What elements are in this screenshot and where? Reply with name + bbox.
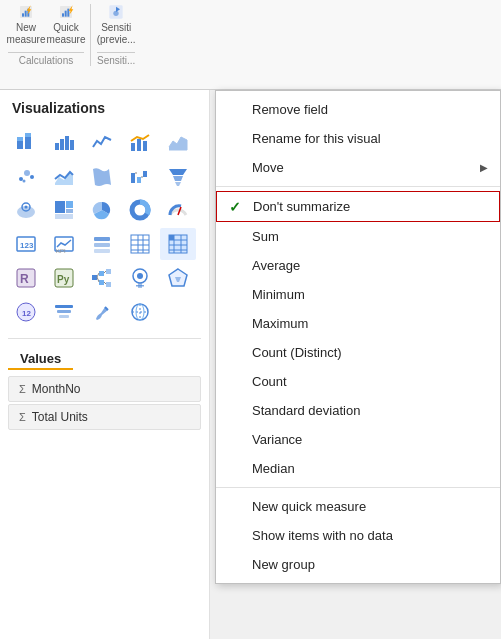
svg-point-44	[137, 207, 143, 213]
viz-area2[interactable]	[46, 160, 82, 192]
remove-field-label: Remove field	[252, 102, 328, 117]
svg-rect-18	[65, 136, 69, 150]
std-dev-item[interactable]: Standard deviation	[216, 396, 500, 425]
toolbar: New measure Quick measure Calculations	[0, 0, 501, 90]
svg-rect-14	[25, 137, 31, 149]
minimum-item[interactable]: Minimum	[216, 280, 500, 309]
viz-matrix[interactable]	[160, 228, 196, 260]
viz-analytics[interactable]	[122, 296, 158, 328]
calculations-group: New measure Quick measure Calculations	[8, 4, 84, 66]
svg-rect-70	[92, 275, 97, 280]
viz-area[interactable]	[160, 126, 196, 158]
separator-2	[216, 487, 500, 488]
svg-point-80	[137, 273, 143, 279]
svg-marker-34	[175, 182, 181, 186]
quick-measure-button[interactable]: Quick measure	[48, 4, 84, 46]
svg-point-25	[30, 175, 34, 179]
svg-rect-6	[62, 13, 64, 16]
viz-r-visual[interactable]: R	[8, 262, 44, 294]
svg-rect-38	[55, 201, 65, 213]
svg-text:Py: Py	[57, 274, 70, 285]
average-item[interactable]: Average	[216, 251, 500, 280]
calculations-group-label: Calculations	[8, 52, 84, 66]
variance-label: Variance	[252, 432, 302, 447]
total-units-label: Total Units	[32, 410, 88, 424]
viz-smart-filter[interactable]	[46, 296, 82, 328]
variance-item[interactable]: Variance	[216, 425, 500, 454]
dont-summarize-label: Don't summarize	[253, 199, 350, 214]
sum-label: Sum	[252, 229, 279, 244]
viz-scatter[interactable]	[8, 160, 44, 192]
sum-icon2: Σ	[19, 411, 26, 423]
count-distinct-item[interactable]: Count (Distinct)	[216, 338, 500, 367]
viz-kpi[interactable]: KPI	[46, 228, 82, 260]
new-quick-measure-item[interactable]: New quick measure	[216, 492, 500, 521]
viz-line[interactable]	[84, 126, 120, 158]
svg-rect-82	[136, 285, 144, 287]
svg-rect-74	[106, 282, 111, 287]
svg-line-77	[104, 271, 106, 273]
viz-waterfall[interactable]	[122, 160, 158, 192]
total-units-field[interactable]: Σ Total Units	[8, 404, 201, 430]
svg-text:R: R	[20, 272, 29, 286]
svg-line-75	[97, 273, 99, 277]
viz-clustered-bar[interactable]	[46, 126, 82, 158]
svg-rect-88	[57, 310, 71, 313]
svg-rect-41	[55, 214, 73, 219]
dont-summarize-item[interactable]: Don't summarize	[216, 191, 500, 222]
viz-ai-insights[interactable]	[122, 262, 158, 294]
viz-shape-map[interactable]	[160, 262, 196, 294]
viz-donut[interactable]	[122, 194, 158, 226]
new-measure-button[interactable]: New measure	[8, 4, 44, 46]
left-panel: Visualizations	[0, 90, 210, 639]
viz-bar-line[interactable]	[122, 126, 158, 158]
svg-rect-22	[143, 141, 147, 151]
separator-1	[216, 186, 500, 187]
viz-stacked-bar[interactable]	[8, 126, 44, 158]
svg-rect-8	[67, 9, 69, 17]
viz-decomp-tree[interactable]	[84, 262, 120, 294]
viz-table[interactable]	[122, 228, 158, 260]
viz-gauge[interactable]	[160, 194, 196, 226]
svg-rect-40	[66, 209, 73, 213]
viz-python-visual[interactable]: Py	[46, 262, 82, 294]
move-item[interactable]: Move	[216, 153, 500, 182]
quick-measure-label: Quick measure	[47, 22, 86, 46]
svg-rect-71	[99, 271, 104, 276]
count-item[interactable]: Count	[216, 367, 500, 396]
rename-visual-item[interactable]: Rename for this visual	[216, 124, 500, 153]
viz-slicer[interactable]	[84, 228, 120, 260]
svg-rect-7	[65, 11, 67, 17]
svg-rect-21	[137, 139, 141, 151]
svg-rect-87	[55, 305, 73, 308]
sum-item[interactable]: Sum	[216, 222, 500, 251]
svg-point-24	[24, 170, 30, 176]
new-group-item[interactable]: New group	[216, 550, 500, 579]
show-no-data-label: Show items with no data	[252, 528, 393, 543]
svg-line-78	[104, 282, 106, 284]
viz-pie[interactable]	[84, 194, 120, 226]
new-group-label: New group	[252, 557, 315, 572]
maximum-item[interactable]: Maximum	[216, 309, 500, 338]
monthno-field[interactable]: Σ MonthNo	[8, 376, 201, 402]
svg-point-37	[25, 206, 28, 209]
viz-paint-brush[interactable]	[84, 296, 120, 328]
svg-rect-12	[17, 141, 23, 149]
viz-circle-badge[interactable]: 12	[8, 296, 44, 328]
svg-rect-20	[131, 143, 135, 151]
viz-ribbon[interactable]	[84, 160, 120, 192]
count-label: Count	[252, 374, 287, 389]
viz-map[interactable]	[8, 194, 44, 226]
svg-rect-29	[143, 171, 147, 177]
context-menu: Remove field Rename for this visual Move…	[215, 90, 501, 584]
median-item[interactable]: Median	[216, 454, 500, 483]
viz-card[interactable]: 123	[8, 228, 44, 260]
svg-point-11	[114, 11, 119, 16]
show-no-data-item[interactable]: Show items with no data	[216, 521, 500, 550]
svg-rect-51	[94, 243, 110, 247]
svg-rect-65	[169, 235, 174, 240]
viz-treemap[interactable]	[46, 194, 82, 226]
remove-field-item[interactable]: Remove field	[216, 95, 500, 124]
sensitivity-button[interactable]: Sensiti(previe...	[98, 4, 134, 46]
viz-funnel[interactable]	[160, 160, 196, 192]
